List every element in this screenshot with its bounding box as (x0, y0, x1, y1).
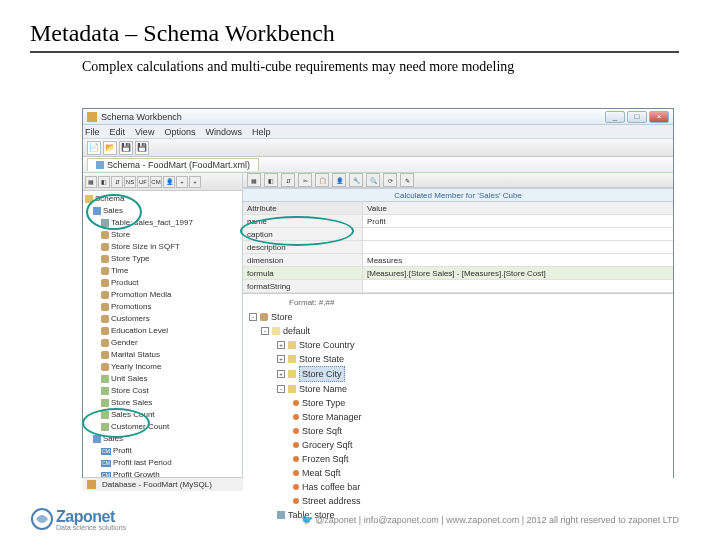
ed-icon[interactable]: 👤 (332, 173, 346, 187)
highlight-ring (82, 408, 150, 438)
status-text: Database - FoodMart (MySQL) (102, 480, 212, 489)
zoom-level[interactable]: +Store Country (249, 338, 667, 352)
close-button[interactable]: × (649, 111, 669, 123)
add-cm-icon[interactable]: CM (150, 176, 162, 188)
schema-tab[interactable]: Schema - FoodMart (FoodMart.xml) (87, 158, 259, 171)
ed-icon[interactable]: 🔧 (349, 173, 363, 187)
window-titlebar: Schema Workbench _ □ × (83, 109, 673, 125)
ed-icon[interactable]: ▦ (247, 173, 261, 187)
slide-title: Metadata – Schema Workbench (0, 0, 709, 51)
tab-label: Schema - FoodMart (FoodMart.xml) (107, 160, 250, 170)
tree-dim[interactable]: Yearly Income (85, 361, 242, 373)
zoom-parent[interactable]: -Store (249, 310, 667, 324)
tree-meas[interactable]: Store Sales (85, 397, 242, 409)
zoom-prop[interactable]: Store Type (249, 396, 667, 410)
zoom-prop[interactable]: Street address (249, 494, 667, 508)
twitter-icon: 🐦 (301, 514, 313, 525)
menu-bar: File Edit View Options Windows Help (83, 125, 673, 139)
document-tabs: Schema - FoodMart (FoodMart.xml) (83, 157, 673, 173)
menu-edit[interactable]: Edit (110, 127, 126, 137)
slide-subtitle: Complex calculations and multi-cube requ… (0, 57, 709, 79)
zoom-level[interactable]: -Store Name (249, 382, 667, 396)
add-role-icon[interactable]: 👤 (163, 176, 175, 188)
zoom-prop[interactable]: Has coffee bar (249, 480, 667, 494)
ed-icon[interactable]: ⇵ (281, 173, 295, 187)
menu-view[interactable]: View (135, 127, 154, 137)
save-as-icon[interactable]: 💾 (135, 141, 149, 155)
tree-meas[interactable]: Store Cost (85, 385, 242, 397)
editor-banner: Calculated Member for 'Sales' Cube (243, 188, 673, 202)
tree-dim[interactable]: Customers (85, 313, 242, 325)
tree-dim[interactable]: Store (85, 229, 242, 241)
tree-cm[interactable]: CMProfit Growth (85, 469, 242, 477)
tree-dim[interactable]: Gender (85, 337, 242, 349)
tree-dim[interactable]: Education Level (85, 325, 242, 337)
menu-options[interactable]: Options (164, 127, 195, 137)
tree-dim[interactable]: Store Size in SQFT (85, 241, 242, 253)
save-icon[interactable]: 💾 (119, 141, 133, 155)
tree-cm[interactable]: CMProfit last Period (85, 457, 242, 469)
hierarchy-zoom[interactable]: Format: #,## -Store -default +Store Coun… (243, 294, 673, 524)
prop-row[interactable]: dimensionMeasures (243, 254, 673, 267)
menu-file[interactable]: File (85, 127, 100, 137)
tree-dim[interactable]: Store Type (85, 253, 242, 265)
ed-icon[interactable]: 🔍 (366, 173, 380, 187)
add-hier-icon[interactable]: ⇵ (111, 176, 123, 188)
tree-meas[interactable]: Unit Sales (85, 373, 242, 385)
zoom-level[interactable]: +Store State (249, 352, 667, 366)
tree-dim[interactable]: Product (85, 277, 242, 289)
prop-row[interactable]: formula[Measures].[Store Sales] - [Measu… (243, 267, 673, 280)
brand-logo: Zaponet Data science solutions (30, 507, 126, 531)
zoom-prop[interactable]: Store Sqft (249, 424, 667, 438)
zoom-folder[interactable]: -default (249, 324, 667, 338)
maximize-button[interactable]: □ (627, 111, 647, 123)
minimize-button[interactable]: _ (605, 111, 625, 123)
format-hint: Format: #,## (249, 296, 667, 310)
ed-icon[interactable]: ✂ (298, 173, 312, 187)
add-dim-icon[interactable]: ◧ (98, 176, 110, 188)
highlight-ring (240, 216, 354, 246)
prop-header: Attribute Value (243, 202, 673, 215)
tree-dim[interactable]: Time (85, 265, 242, 277)
tree-dim[interactable]: Promotions (85, 301, 242, 313)
tree-dim[interactable]: Marital Status (85, 349, 242, 361)
db-icon (87, 480, 96, 489)
window-title: Schema Workbench (101, 112, 605, 122)
zoom-prop[interactable]: Store Manager (249, 410, 667, 424)
tree-dim[interactable]: Promotion Media (85, 289, 242, 301)
tree-toolbar: ▦ ◧ ⇵ NS UF CM 👤 + + (83, 173, 242, 191)
prop-row[interactable]: formatString (243, 280, 673, 293)
add-ns-icon[interactable]: NS (124, 176, 136, 188)
zoom-prop[interactable]: Meat Sqft (249, 466, 667, 480)
ed-icon[interactable]: 📋 (315, 173, 329, 187)
schema-icon (96, 161, 104, 169)
zoom-level-selected[interactable]: +Store City (249, 366, 667, 382)
tree-more2-icon[interactable]: + (189, 176, 201, 188)
ed-icon[interactable]: ✎ (400, 173, 414, 187)
editor-toolbar: ▦ ◧ ⇵ ✂ 📋 👤 🔧 🔍 ⟳ ✎ (243, 173, 673, 188)
ed-icon[interactable]: ◧ (264, 173, 278, 187)
menu-windows[interactable]: Windows (205, 127, 242, 137)
app-window: Schema Workbench _ □ × File Edit View Op… (82, 108, 674, 478)
brand-tagline: Data science solutions (56, 524, 126, 531)
tree-cm[interactable]: CMProfit (85, 445, 242, 457)
main-toolbar: 📄 📂 💾 💾 (83, 139, 673, 157)
zoom-prop[interactable]: Grocery Sqft (249, 438, 667, 452)
menu-help[interactable]: Help (252, 127, 271, 137)
slide-footer: Zaponet Data science solutions 🐦 @zapone… (30, 507, 709, 531)
zoom-prop[interactable]: Frozen Sqft (249, 452, 667, 466)
open-icon[interactable]: 📂 (103, 141, 117, 155)
app-icon (87, 112, 97, 122)
add-udf-icon[interactable]: UF (137, 176, 149, 188)
highlight-ring (86, 194, 142, 230)
tree-more-icon[interactable]: + (176, 176, 188, 188)
add-cube-icon[interactable]: ▦ (85, 176, 97, 188)
title-underline (30, 51, 679, 53)
footer-text: 🐦 @zaponet | info@zaponet.com | www.zapo… (301, 514, 679, 525)
ed-icon[interactable]: ⟳ (383, 173, 397, 187)
new-icon[interactable]: 📄 (87, 141, 101, 155)
